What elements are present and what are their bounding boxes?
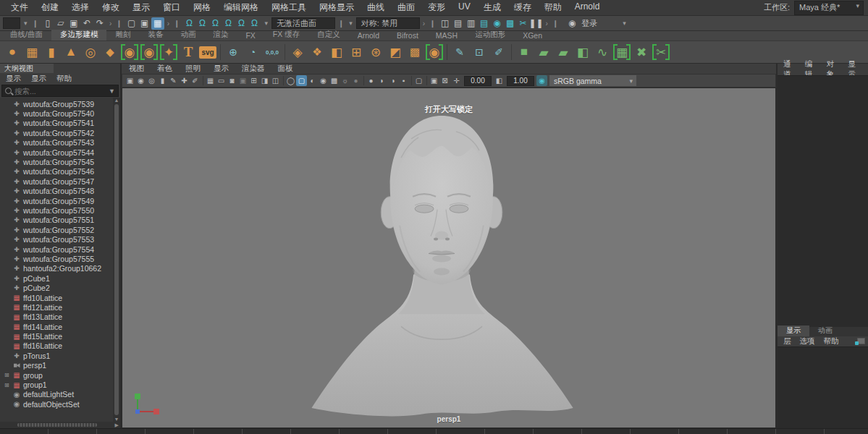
group-expander[interactable]: › [108,20,113,27]
outliner-item[interactable]: wutoufa:Group57547 [0,176,113,186]
snap-options-arrow[interactable]: ▾ [262,20,270,27]
outliner-item[interactable]: persp1 [0,361,113,370]
poly-sphere-icon[interactable]: ● [3,43,22,61]
menubar-item[interactable]: 修改 [96,1,126,14]
vertical-scrollbar[interactable]: ▲ ▼ [113,98,120,422]
render-current-frame-icon[interactable]: ▤ [452,17,465,30]
outliner-item[interactable]: wutoufa:Group57539 [0,99,113,109]
menubar-item[interactable]: UV [452,1,477,14]
shelf-tab[interactable]: 渲染 [204,30,237,41]
layer-menu-item[interactable]: 帮助 [824,336,839,346]
combine-icon[interactable]: ❖ [308,43,326,61]
expand-icon[interactable] [4,382,12,388]
copy-view-icon[interactable]: ▣ [429,75,439,86]
outliner-item[interactable]: defaultObjectSet [0,399,113,409]
outliner-item[interactable]: wutoufa:Group57555 [0,254,113,263]
nurbs-cube-icon[interactable]: ◧ [573,43,592,61]
outliner-item[interactable]: ffd13Lattice [0,312,113,322]
camera-attributes-icon[interactable]: ◎ [146,75,157,86]
group-expander[interactable]: ❙ [114,20,123,27]
menubar-item[interactable]: 窗口 [156,1,187,14]
lock-camera-icon[interactable]: ◉ [135,75,146,86]
construction-aim-icon[interactable]: ⊕ [224,43,243,61]
outliner-item[interactable]: pCube2 [0,283,113,292]
retopologize-icon[interactable]: ⊛ [366,43,385,61]
group-expander[interactable]: ❙ [31,20,40,27]
horizontal-scrollbar[interactable]: ▶ [0,422,120,428]
outliner-item[interactable]: wutoufa:Group57540 [0,109,113,118]
outliner-item[interactable]: wutoufa:Group57544 [0,148,113,157]
scrollbar-thumb[interactable] [114,104,119,415]
boolean-icon[interactable]: ◧ [327,43,346,61]
group-expander[interactable]: › [544,20,549,27]
resolution-gate-icon[interactable]: ◙ [227,75,237,86]
symmetry-arrow[interactable]: ▾ [347,20,355,27]
outliner-item[interactable]: wutoufa:Group57546 [0,167,113,176]
outliner-menu-item[interactable]: 帮助 [56,74,72,84]
shelf-separator[interactable] [509,43,514,61]
outliner-menu-item[interactable]: 显示 [31,74,46,84]
outliner-item[interactable]: group1 [0,380,113,389]
render-sequence-icon[interactable]: ▤ [478,17,491,30]
nurbs-loft-icon[interactable]: ▰ [534,43,553,61]
safe-action-icon[interactable]: ◨ [259,75,270,86]
open-scene-icon[interactable]: ▱ [54,17,67,30]
scroll-right-arrow[interactable]: ▶ [115,422,120,428]
search-input[interactable] [14,87,106,95]
colorspace-dropdown[interactable]: sRGB gamma [549,75,636,86]
image-plane-icon[interactable]: ✎ [168,75,179,86]
isolate-select-icon[interactable]: ▢ [413,75,424,86]
select-hierarchy-icon[interactable]: ▢ [125,17,138,30]
drop-to-ground-icon[interactable]: ◔ [243,43,262,61]
menubar-item[interactable]: 显示 [126,1,156,14]
remesh-icon[interactable]: ⊞ [347,43,366,61]
scroll-down-arrow[interactable]: ▼ [114,417,119,422]
redo-icon[interactable]: ↷ [93,17,106,30]
outliner-item[interactable]: defaultLightSet [0,390,113,399]
outliner-item[interactable]: wutoufa:Group57545 [0,157,113,166]
group-expander[interactable]: › [166,20,171,27]
outliner-item[interactable]: hantoufa2:Group10662 [0,264,113,273]
ambient-occlusion-icon[interactable]: ☼ [340,75,350,86]
group-expander[interactable]: ❙ [428,20,437,27]
menubar-item[interactable]: 生成 [477,1,507,14]
paste-view-icon[interactable]: ⊠ [439,75,450,86]
menubar-item[interactable]: 网格显示 [313,1,361,14]
view-axis-gizmo[interactable] [130,390,163,419]
film-gate-icon[interactable]: ▭ [216,75,227,86]
pencil-curve-icon[interactable]: ✐ [489,43,508,61]
wireframe-icon[interactable]: ◯ [285,75,296,86]
outliner-item[interactable]: wutoufa:Group57548 [0,187,113,196]
shaded-mode-icon[interactable]: ▢ [296,75,307,86]
menubar-item[interactable]: Arnold [568,1,607,14]
outliner-item[interactable]: ffd15Lattice [0,331,113,341]
head-model[interactable] [122,88,775,427]
shelf-separator[interactable] [218,43,223,61]
nurbs-curve-icon[interactable]: ∿ [593,43,612,61]
poly-cube-icon[interactable]: ▦ [22,43,41,61]
group-expander[interactable]: › [421,20,426,27]
snap-point-icon[interactable]: Ω [208,17,222,30]
menubar-item[interactable]: 帮助 [538,1,568,14]
outliner-item[interactable]: ffd14Lattice [0,322,113,331]
outliner-item[interactable]: wutoufa:Group57554 [0,244,113,254]
new-scene-icon[interactable]: ▯ [41,17,54,30]
pause-icon[interactable]: ❚❚ [530,17,543,30]
poly-disc-icon[interactable]: ◉ [120,43,139,61]
outliner-item[interactable]: wutoufa:Group57552 [0,225,113,234]
outliner-item[interactable]: ffd10Lattice [0,293,113,302]
outliner-item[interactable]: wutoufa:Group57542 [0,128,113,137]
viewport-menu-item[interactable]: 渲染器 [242,64,265,74]
symmetry-field[interactable]: 对称: 禁用 [356,17,420,29]
shelf-tab[interactable]: FX [237,31,264,41]
smooth-icon[interactable]: ◉ [425,43,444,61]
snap-curve-icon[interactable]: Ω [195,17,208,30]
live-surface-icon[interactable]: ▦ [612,43,631,61]
time-slider[interactable] [0,428,868,434]
layer-menu-item[interactable]: 层 [783,336,791,346]
layer-editor-tab[interactable]: 动画 [809,326,841,336]
viewport-menu-item[interactable]: 照明 [185,64,201,74]
menubar-item[interactable]: 缓存 [507,1,538,14]
sweep-mesh-icon[interactable]: ✦ [159,43,178,61]
viewport-menu-item[interactable]: 着色 [157,64,172,74]
